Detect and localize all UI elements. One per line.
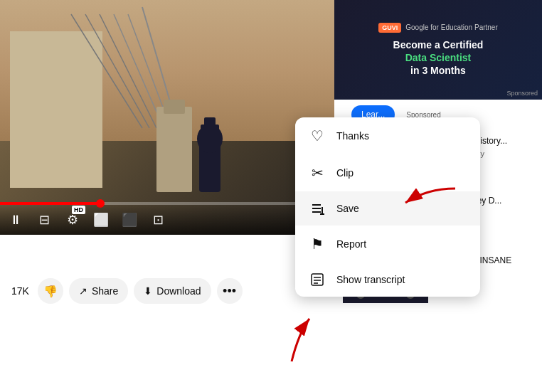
ad-title-line3: in 3 Months [393,64,484,77]
download-button[interactable]: ⬇ Download [134,278,211,304]
share-icon: ↗ [79,285,87,297]
dislike-button[interactable]: 👎 [38,278,63,304]
share-label: Share [92,285,118,297]
transcript-label: Show transcript [336,274,405,285]
building [10,31,102,188]
guvi-logo: GUVI [378,23,401,33]
save-icon [309,201,325,216]
dislike-icon: 👎 [43,285,58,298]
thanks-icon: ♡ [309,127,325,144]
ad-title-line1: Become a Certified [393,38,484,51]
play-pause-button[interactable]: ⏸ [6,210,26,230]
thanks-label: Thanks [336,130,369,142]
clip-label: Clip [336,167,354,179]
report-label: Report [336,238,366,250]
ad-banner: GUVI Google for Education Partner Become… [334,0,542,100]
settings-button[interactable]: ⚙ HD [63,210,83,230]
menu-item-save[interactable]: Save [295,191,480,226]
video-background: SIMF [0,0,334,235]
more-icon: ••• [223,284,236,299]
sponsored-badge: Sponsored [506,90,538,97]
ad-title-line2: Data Scientist [393,51,484,64]
download-icon: ⬇ [144,285,152,297]
svg-rect-8 [199,142,220,192]
share-button[interactable]: ↗ Share [69,278,128,304]
menu-item-thanks[interactable]: ♡ Thanks [295,117,480,154]
arrow-to-more [249,312,327,369]
theatre-button[interactable]: ⬛ [119,210,139,230]
miniplayer-button[interactable]: ⬜ [91,210,111,230]
menu-item-clip[interactable]: ✂ Clip [295,154,480,191]
context-menu: ♡ Thanks ✂ Clip Save ⚑ Report [295,117,480,297]
save-label: Save [336,203,359,214]
like-count: 17K [11,285,29,297]
report-icon: ⚑ [309,235,325,253]
menu-item-transcript[interactable]: Show transcript [295,263,480,297]
video-player: SIMF ⏸ ⊟ ⚙ HD ⬜ ⬛ ⊡ ⛶ [0,0,334,235]
action-bar: 17K 👎 ↗ Share ⬇ Download ••• [0,272,334,309]
google-logo: Google for Education Partner [405,23,498,31]
menu-item-report[interactable]: ⚑ Report [295,226,480,263]
video-scene [0,0,334,235]
video-controls: ⏸ ⊟ ⚙ HD ⬜ ⬛ ⊡ ⛶ [0,205,334,235]
subtitles-button[interactable]: ⊟ [34,210,54,230]
ad-logo-row: GUVI Google for Education Partner [378,23,498,33]
clip-icon: ✂ [309,164,325,181]
ad-title: Become a Certified Data Scientist in 3 M… [393,38,484,78]
cast-button[interactable]: ⊡ [148,210,168,230]
more-options-button[interactable]: ••• [217,278,243,304]
hd-badge: HD [72,206,85,214]
download-label: Download [156,285,201,297]
transcript-icon [309,272,325,287]
